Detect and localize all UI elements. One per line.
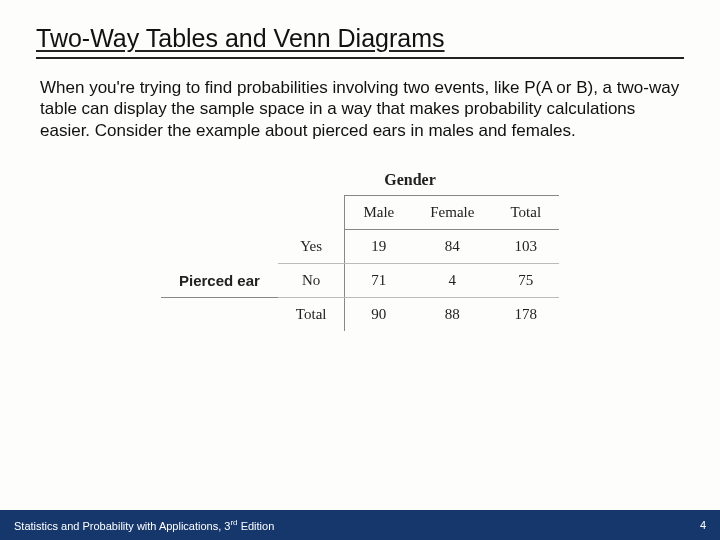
cell-no-total: 75	[492, 263, 559, 297]
body-area: When you're trying to find probabilities…	[0, 63, 720, 540]
row-header-no: No	[278, 263, 345, 297]
col-header-male: Male	[345, 195, 412, 229]
footer-sup: rd	[230, 518, 237, 527]
cell-yes-female: 84	[412, 229, 492, 263]
row-header-total: Total	[278, 297, 345, 331]
col-header-total: Total	[492, 195, 559, 229]
table-row-total: Total 90 88 178	[161, 297, 559, 331]
cell-tot-female: 88	[412, 297, 492, 331]
cell-no-male: 71	[345, 263, 412, 297]
table-row: Pierced ear No 71 4 75	[161, 263, 559, 297]
slide-title: Two-Way Tables and Venn Diagrams	[36, 24, 684, 59]
header-row: Male Female Total	[161, 195, 559, 229]
table-row: Yes 19 84 103	[161, 229, 559, 263]
two-way-table: Gender Male Female Total Yes 19 84 103 P…	[140, 171, 580, 331]
cell-tot-total: 178	[492, 297, 559, 331]
intro-paragraph: When you're trying to find probabilities…	[40, 77, 680, 141]
cell-yes-male: 19	[345, 229, 412, 263]
footer-prefix: Statistics and Probability with Applicat…	[14, 520, 230, 532]
cell-tot-male: 90	[345, 297, 412, 331]
cell-no-female: 4	[412, 263, 492, 297]
row-header-yes: Yes	[278, 229, 345, 263]
footer-text: Statistics and Probability with Applicat…	[14, 518, 274, 532]
page-number: 4	[700, 519, 706, 531]
footer-suffix: Edition	[238, 520, 275, 532]
slide: Two-Way Tables and Venn Diagrams When yo…	[0, 0, 720, 540]
row-group-label: Pierced ear	[161, 263, 278, 297]
footer-bar: Statistics and Probability with Applicat…	[0, 510, 720, 540]
cell-yes-total: 103	[492, 229, 559, 263]
col-header-female: Female	[412, 195, 492, 229]
data-table: Male Female Total Yes 19 84 103 Pierced …	[161, 195, 559, 331]
title-area: Two-Way Tables and Venn Diagrams	[0, 0, 720, 63]
col-group-label: Gender	[140, 171, 580, 189]
